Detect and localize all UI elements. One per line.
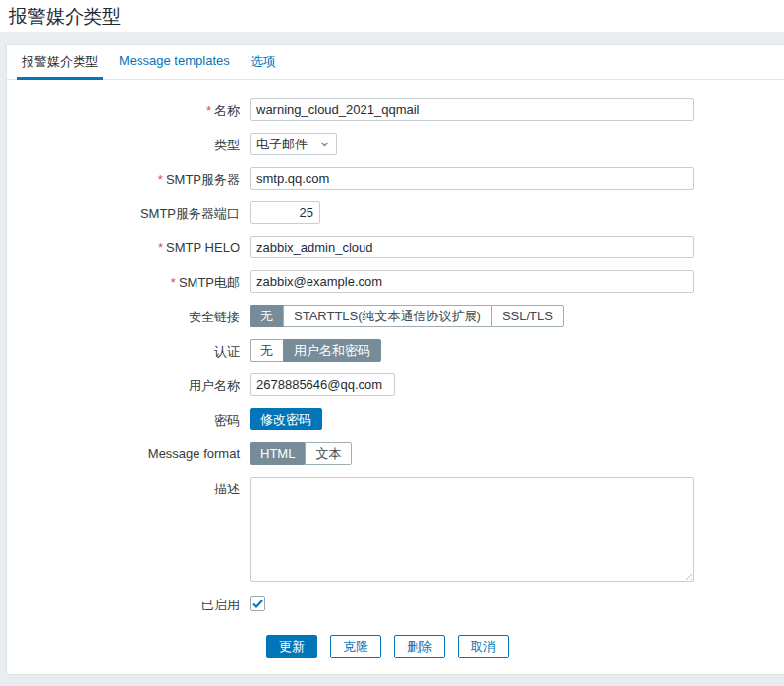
- required-marker: *: [158, 240, 163, 255]
- cancel-button[interactable]: 取消: [458, 635, 509, 658]
- type-select-value: 电子邮件: [256, 136, 308, 153]
- authentication-label: 认证: [14, 339, 250, 362]
- name-label: *名称: [14, 98, 250, 121]
- tab-media-type[interactable]: 报警媒介类型: [17, 45, 103, 79]
- tab-message-templates[interactable]: Message templates: [114, 45, 235, 79]
- form-row-smtp-email: *SMTP电邮: [14, 270, 784, 293]
- form-row-password: 密码 修改密码: [14, 408, 784, 430]
- form-row-type: 类型 电子邮件: [14, 133, 784, 155]
- enabled-label: 已启用: [14, 594, 250, 614]
- security-segmented-control: 无 STARTTLS(纯文本通信协议扩展) SSL/TLS: [250, 305, 564, 327]
- username-input[interactable]: [250, 373, 395, 396]
- type-select[interactable]: 电子邮件: [250, 133, 337, 155]
- description-textarea-wrap: [250, 477, 694, 582]
- description-label: 描述: [14, 477, 250, 582]
- form-row-authentication: 认证 无 用户名和密码: [14, 339, 784, 362]
- username-label: 用户名称: [14, 373, 250, 396]
- form-row-description: 描述: [14, 477, 784, 582]
- required-marker: *: [171, 275, 176, 290]
- auth-option-none[interactable]: 无: [250, 339, 283, 362]
- form-row-smtp-helo: *SMTP HELO: [14, 236, 784, 258]
- format-option-text[interactable]: 文本: [305, 442, 352, 465]
- required-marker: *: [158, 172, 163, 187]
- smtp-email-input[interactable]: [250, 270, 694, 293]
- form-row-name: *名称: [14, 98, 784, 121]
- page-title: 报警媒介类型: [9, 4, 121, 29]
- type-label: 类型: [14, 133, 250, 155]
- security-option-starttls[interactable]: STARTTLS(纯文本通信协议扩展): [283, 305, 491, 327]
- form-row-smtp-server: *SMTP服务器: [14, 167, 784, 190]
- form-row-username: 用户名称: [14, 373, 784, 396]
- auth-option-username-password[interactable]: 用户名和密码: [283, 339, 381, 362]
- smtp-server-label: *SMTP服务器: [14, 167, 250, 190]
- form-row-enabled: 已启用: [14, 594, 784, 614]
- smtp-server-input[interactable]: [250, 167, 694, 190]
- security-label: 安全链接: [14, 305, 250, 327]
- required-marker: *: [206, 103, 211, 118]
- security-option-ssl-tls[interactable]: SSL/TLS: [491, 305, 564, 327]
- media-type-widget: 报警媒介类型 Message templates 选项 *名称 类型 电子邮件 …: [6, 44, 784, 675]
- name-input[interactable]: [250, 98, 694, 121]
- smtp-port-label: SMTP服务器端口: [14, 201, 250, 224]
- form-row-smtp-port: SMTP服务器端口: [14, 201, 784, 224]
- format-option-html[interactable]: HTML: [250, 442, 305, 465]
- update-button[interactable]: 更新: [266, 635, 317, 658]
- smtp-helo-input[interactable]: [250, 236, 694, 258]
- change-password-button[interactable]: 修改密码: [250, 408, 322, 430]
- form-footer: 更新 克隆 删除 取消: [266, 635, 784, 674]
- smtp-port-input[interactable]: [250, 201, 320, 224]
- tab-options[interactable]: 选项: [246, 45, 281, 79]
- password-label: 密码: [14, 408, 250, 430]
- form-row-message-format: Message format HTML 文本: [14, 442, 784, 465]
- message-format-label: Message format: [14, 442, 250, 465]
- authentication-segmented-control: 无 用户名和密码: [250, 339, 381, 362]
- description-textarea[interactable]: [250, 477, 694, 582]
- tab-bar: 报警媒介类型 Message templates 选项: [7, 45, 784, 80]
- delete-button[interactable]: 删除: [394, 635, 445, 658]
- form-row-security: 安全链接 无 STARTTLS(纯文本通信协议扩展) SSL/TLS: [14, 305, 784, 327]
- page-header: 报警媒介类型: [0, 0, 784, 32]
- clone-button[interactable]: 克隆: [330, 635, 381, 658]
- checkmark-icon: [252, 600, 263, 608]
- chevron-down-icon: [320, 142, 329, 147]
- security-option-none[interactable]: 无: [250, 305, 283, 327]
- enabled-checkbox[interactable]: [250, 596, 265, 611]
- smtp-email-label: *SMTP电邮: [14, 270, 250, 293]
- message-format-segmented-control: HTML 文本: [250, 442, 352, 465]
- smtp-helo-label: *SMTP HELO: [14, 236, 250, 258]
- media-type-form: *名称 类型 电子邮件 *SMTP服务器 SMTP服务器端口: [7, 80, 784, 674]
